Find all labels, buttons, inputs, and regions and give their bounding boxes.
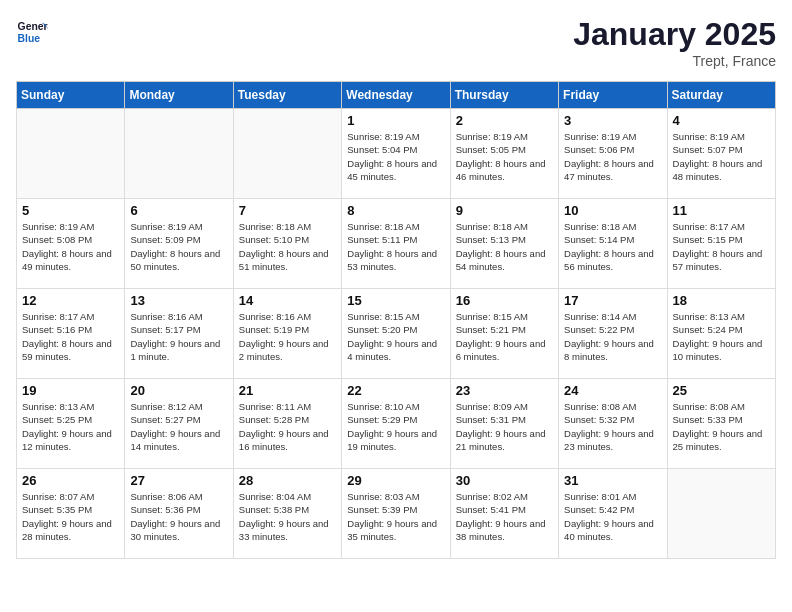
day-number: 5	[22, 203, 119, 218]
calendar-header-row: SundayMondayTuesdayWednesdayThursdayFrid…	[17, 82, 776, 109]
day-info: Sunrise: 8:13 AMSunset: 5:24 PMDaylight:…	[673, 310, 770, 363]
day-info: Sunrise: 8:19 AMSunset: 5:09 PMDaylight:…	[130, 220, 227, 273]
calendar-cell: 23Sunrise: 8:09 AMSunset: 5:31 PMDayligh…	[450, 379, 558, 469]
day-info: Sunrise: 8:18 AMSunset: 5:13 PMDaylight:…	[456, 220, 553, 273]
title-area: January 2025 Trept, France	[573, 16, 776, 69]
calendar-cell: 22Sunrise: 8:10 AMSunset: 5:29 PMDayligh…	[342, 379, 450, 469]
day-info: Sunrise: 8:07 AMSunset: 5:35 PMDaylight:…	[22, 490, 119, 543]
day-info: Sunrise: 8:14 AMSunset: 5:22 PMDaylight:…	[564, 310, 661, 363]
calendar-week-row: 26Sunrise: 8:07 AMSunset: 5:35 PMDayligh…	[17, 469, 776, 559]
day-number: 16	[456, 293, 553, 308]
calendar-cell: 1Sunrise: 8:19 AMSunset: 5:04 PMDaylight…	[342, 109, 450, 199]
calendar-cell: 9Sunrise: 8:18 AMSunset: 5:13 PMDaylight…	[450, 199, 558, 289]
day-header-thursday: Thursday	[450, 82, 558, 109]
day-number: 23	[456, 383, 553, 398]
day-info: Sunrise: 8:03 AMSunset: 5:39 PMDaylight:…	[347, 490, 444, 543]
calendar-subtitle: Trept, France	[573, 53, 776, 69]
calendar-week-row: 12Sunrise: 8:17 AMSunset: 5:16 PMDayligh…	[17, 289, 776, 379]
day-info: Sunrise: 8:18 AMSunset: 5:11 PMDaylight:…	[347, 220, 444, 273]
day-info: Sunrise: 8:11 AMSunset: 5:28 PMDaylight:…	[239, 400, 336, 453]
day-number: 24	[564, 383, 661, 398]
calendar-cell: 16Sunrise: 8:15 AMSunset: 5:21 PMDayligh…	[450, 289, 558, 379]
day-number: 20	[130, 383, 227, 398]
day-header-monday: Monday	[125, 82, 233, 109]
calendar-week-row: 5Sunrise: 8:19 AMSunset: 5:08 PMDaylight…	[17, 199, 776, 289]
calendar-body: 1Sunrise: 8:19 AMSunset: 5:04 PMDaylight…	[17, 109, 776, 559]
day-header-friday: Friday	[559, 82, 667, 109]
calendar-cell: 15Sunrise: 8:15 AMSunset: 5:20 PMDayligh…	[342, 289, 450, 379]
svg-text:Blue: Blue	[18, 33, 41, 44]
calendar-cell: 31Sunrise: 8:01 AMSunset: 5:42 PMDayligh…	[559, 469, 667, 559]
day-number: 25	[673, 383, 770, 398]
calendar-title: January 2025	[573, 16, 776, 53]
day-number: 1	[347, 113, 444, 128]
calendar-cell: 29Sunrise: 8:03 AMSunset: 5:39 PMDayligh…	[342, 469, 450, 559]
calendar-cell: 11Sunrise: 8:17 AMSunset: 5:15 PMDayligh…	[667, 199, 775, 289]
calendar-cell: 24Sunrise: 8:08 AMSunset: 5:32 PMDayligh…	[559, 379, 667, 469]
calendar-cell	[17, 109, 125, 199]
day-number: 31	[564, 473, 661, 488]
day-info: Sunrise: 8:19 AMSunset: 5:04 PMDaylight:…	[347, 130, 444, 183]
calendar-cell: 21Sunrise: 8:11 AMSunset: 5:28 PMDayligh…	[233, 379, 341, 469]
calendar-cell	[667, 469, 775, 559]
calendar-week-row: 19Sunrise: 8:13 AMSunset: 5:25 PMDayligh…	[17, 379, 776, 469]
calendar-cell: 5Sunrise: 8:19 AMSunset: 5:08 PMDaylight…	[17, 199, 125, 289]
calendar-cell: 12Sunrise: 8:17 AMSunset: 5:16 PMDayligh…	[17, 289, 125, 379]
day-number: 2	[456, 113, 553, 128]
day-header-sunday: Sunday	[17, 82, 125, 109]
day-info: Sunrise: 8:04 AMSunset: 5:38 PMDaylight:…	[239, 490, 336, 543]
calendar-cell: 10Sunrise: 8:18 AMSunset: 5:14 PMDayligh…	[559, 199, 667, 289]
day-number: 30	[456, 473, 553, 488]
day-number: 22	[347, 383, 444, 398]
calendar-cell: 4Sunrise: 8:19 AMSunset: 5:07 PMDaylight…	[667, 109, 775, 199]
calendar-cell: 18Sunrise: 8:13 AMSunset: 5:24 PMDayligh…	[667, 289, 775, 379]
calendar-cell: 14Sunrise: 8:16 AMSunset: 5:19 PMDayligh…	[233, 289, 341, 379]
calendar-cell: 7Sunrise: 8:18 AMSunset: 5:10 PMDaylight…	[233, 199, 341, 289]
day-number: 13	[130, 293, 227, 308]
day-info: Sunrise: 8:17 AMSunset: 5:16 PMDaylight:…	[22, 310, 119, 363]
day-info: Sunrise: 8:19 AMSunset: 5:06 PMDaylight:…	[564, 130, 661, 183]
day-number: 4	[673, 113, 770, 128]
day-info: Sunrise: 8:10 AMSunset: 5:29 PMDaylight:…	[347, 400, 444, 453]
day-info: Sunrise: 8:13 AMSunset: 5:25 PMDaylight:…	[22, 400, 119, 453]
day-number: 11	[673, 203, 770, 218]
day-info: Sunrise: 8:19 AMSunset: 5:07 PMDaylight:…	[673, 130, 770, 183]
calendar-cell: 30Sunrise: 8:02 AMSunset: 5:41 PMDayligh…	[450, 469, 558, 559]
calendar-cell	[125, 109, 233, 199]
day-info: Sunrise: 8:15 AMSunset: 5:21 PMDaylight:…	[456, 310, 553, 363]
day-info: Sunrise: 8:02 AMSunset: 5:41 PMDaylight:…	[456, 490, 553, 543]
day-info: Sunrise: 8:06 AMSunset: 5:36 PMDaylight:…	[130, 490, 227, 543]
day-info: Sunrise: 8:08 AMSunset: 5:32 PMDaylight:…	[564, 400, 661, 453]
day-number: 9	[456, 203, 553, 218]
day-number: 18	[673, 293, 770, 308]
day-number: 14	[239, 293, 336, 308]
day-number: 28	[239, 473, 336, 488]
day-number: 12	[22, 293, 119, 308]
calendar-cell: 27Sunrise: 8:06 AMSunset: 5:36 PMDayligh…	[125, 469, 233, 559]
day-info: Sunrise: 8:12 AMSunset: 5:27 PMDaylight:…	[130, 400, 227, 453]
header: General Blue January 2025 Trept, France	[16, 16, 776, 69]
day-number: 29	[347, 473, 444, 488]
day-number: 27	[130, 473, 227, 488]
day-number: 17	[564, 293, 661, 308]
day-info: Sunrise: 8:18 AMSunset: 5:14 PMDaylight:…	[564, 220, 661, 273]
day-number: 10	[564, 203, 661, 218]
day-number: 8	[347, 203, 444, 218]
calendar-cell: 26Sunrise: 8:07 AMSunset: 5:35 PMDayligh…	[17, 469, 125, 559]
day-info: Sunrise: 8:17 AMSunset: 5:15 PMDaylight:…	[673, 220, 770, 273]
day-info: Sunrise: 8:08 AMSunset: 5:33 PMDaylight:…	[673, 400, 770, 453]
day-number: 19	[22, 383, 119, 398]
day-number: 15	[347, 293, 444, 308]
day-info: Sunrise: 8:01 AMSunset: 5:42 PMDaylight:…	[564, 490, 661, 543]
calendar-week-row: 1Sunrise: 8:19 AMSunset: 5:04 PMDaylight…	[17, 109, 776, 199]
day-info: Sunrise: 8:16 AMSunset: 5:19 PMDaylight:…	[239, 310, 336, 363]
day-header-tuesday: Tuesday	[233, 82, 341, 109]
calendar-cell: 20Sunrise: 8:12 AMSunset: 5:27 PMDayligh…	[125, 379, 233, 469]
calendar-cell	[233, 109, 341, 199]
day-number: 21	[239, 383, 336, 398]
day-info: Sunrise: 8:09 AMSunset: 5:31 PMDaylight:…	[456, 400, 553, 453]
logo-icon: General Blue	[16, 16, 48, 48]
calendar-cell: 13Sunrise: 8:16 AMSunset: 5:17 PMDayligh…	[125, 289, 233, 379]
day-number: 7	[239, 203, 336, 218]
calendar-cell: 3Sunrise: 8:19 AMSunset: 5:06 PMDaylight…	[559, 109, 667, 199]
